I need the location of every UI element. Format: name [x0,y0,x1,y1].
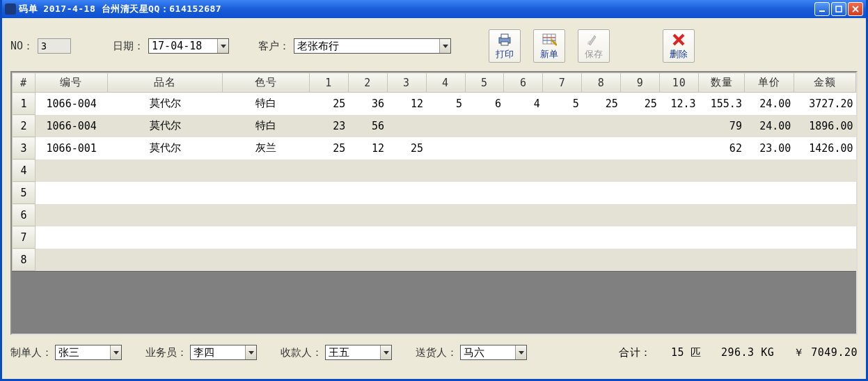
cell[interactable] [504,137,543,160]
cell[interactable]: 24.00 [745,93,794,115]
dropdown-icon[interactable] [380,345,391,359]
cell[interactable]: 12 [348,137,387,160]
cell[interactable]: 8 [13,249,35,271]
col-10[interactable]: 10 [660,73,699,93]
cell[interactable]: 12 [387,93,426,115]
cell[interactable] [660,137,699,160]
no-input[interactable] [38,38,71,54]
cell[interactable] [621,160,660,182]
cell[interactable] [582,137,621,160]
col-8[interactable]: 8 [582,73,621,93]
cell[interactable]: 6 [465,93,504,115]
cell[interactable]: 36 [348,93,387,115]
cell[interactable]: 4 [13,160,35,182]
cell[interactable] [621,226,660,249]
cell[interactable] [745,226,794,249]
cell[interactable] [387,249,426,271]
cell[interactable] [582,115,621,137]
cell[interactable] [426,160,465,182]
table-row[interactable]: 11066-004莫代尔特白2536125645252512.3155.324.… [13,93,856,115]
cell[interactable] [348,249,387,271]
table-row[interactable]: 5 [13,182,856,204]
cell[interactable] [794,249,855,271]
cell[interactable]: 12.3 [660,93,699,115]
cell[interactable] [699,204,745,226]
col-2[interactable]: 2 [348,73,387,93]
cell[interactable] [465,249,504,271]
cell[interactable] [621,182,660,204]
cell[interactable]: 25 [309,137,348,160]
cell[interactable] [543,115,582,137]
cell[interactable] [582,249,621,271]
cell[interactable] [107,249,223,271]
cell[interactable] [107,182,223,204]
cell[interactable] [348,204,387,226]
cell[interactable] [660,226,699,249]
cell[interactable]: 莫代尔 [107,137,223,160]
col-6[interactable]: 6 [504,73,543,93]
cell[interactable]: 5 [426,93,465,115]
table-row[interactable]: 4 [13,160,856,182]
cell[interactable] [465,115,504,137]
cell[interactable] [465,182,504,204]
cell[interactable] [107,160,223,182]
cell[interactable] [621,249,660,271]
cell[interactable] [794,160,855,182]
cell[interactable]: 79 [699,115,745,137]
cell[interactable] [35,204,108,226]
cell[interactable]: 莫代尔 [107,115,223,137]
cell[interactable] [504,249,543,271]
cell[interactable] [745,204,794,226]
cell[interactable] [582,182,621,204]
cell[interactable]: 1 [13,93,35,115]
table-row[interactable]: 6 [13,204,856,226]
cell[interactable] [745,160,794,182]
cell[interactable] [309,160,348,182]
cell[interactable] [582,226,621,249]
col-3[interactable]: 3 [387,73,426,93]
cell[interactable] [504,115,543,137]
cell[interactable] [387,115,426,137]
cell[interactable]: 4 [504,93,543,115]
table-row[interactable]: 31066-001莫代尔灰兰2512256223.001426.00 [13,137,856,160]
cell[interactable]: 1426.00 [794,137,855,160]
cell[interactable]: 莫代尔 [107,93,223,115]
shipper-select[interactable]: 马六 [460,345,527,360]
cell[interactable]: 5 [13,182,35,204]
cell[interactable] [387,204,426,226]
cell[interactable] [387,182,426,204]
cell[interactable] [426,249,465,271]
col-price[interactable]: 单价 [745,73,794,93]
cell[interactable] [794,204,855,226]
cell[interactable] [426,204,465,226]
cell[interactable] [504,226,543,249]
cell[interactable] [107,226,223,249]
cell[interactable] [621,137,660,160]
cell[interactable] [387,160,426,182]
maker-select[interactable]: 张三 [55,345,122,360]
col-idx[interactable]: # [13,73,35,93]
cell[interactable] [794,226,855,249]
cell[interactable]: 24.00 [745,115,794,137]
minimize-button[interactable] [814,2,830,16]
cell[interactable] [745,249,794,271]
cell[interactable]: 6 [13,204,35,226]
cell[interactable] [465,160,504,182]
cell[interactable] [582,160,621,182]
cell[interactable]: 1896.00 [794,115,855,137]
cell[interactable] [543,249,582,271]
cell[interactable] [794,182,855,204]
cell[interactable]: 25 [621,93,660,115]
cell[interactable] [699,226,745,249]
cell[interactable] [309,204,348,226]
col-9[interactable]: 9 [621,73,660,93]
cell[interactable]: 2 [13,115,35,137]
cell[interactable] [543,137,582,160]
cell[interactable]: 特白 [223,93,309,115]
cell[interactable] [543,226,582,249]
cell[interactable] [660,182,699,204]
maximize-button[interactable] [831,2,846,16]
customer-select[interactable]: 老张布行 [294,38,451,54]
cell[interactable] [745,182,794,204]
cell[interactable]: 1066-004 [35,93,108,115]
